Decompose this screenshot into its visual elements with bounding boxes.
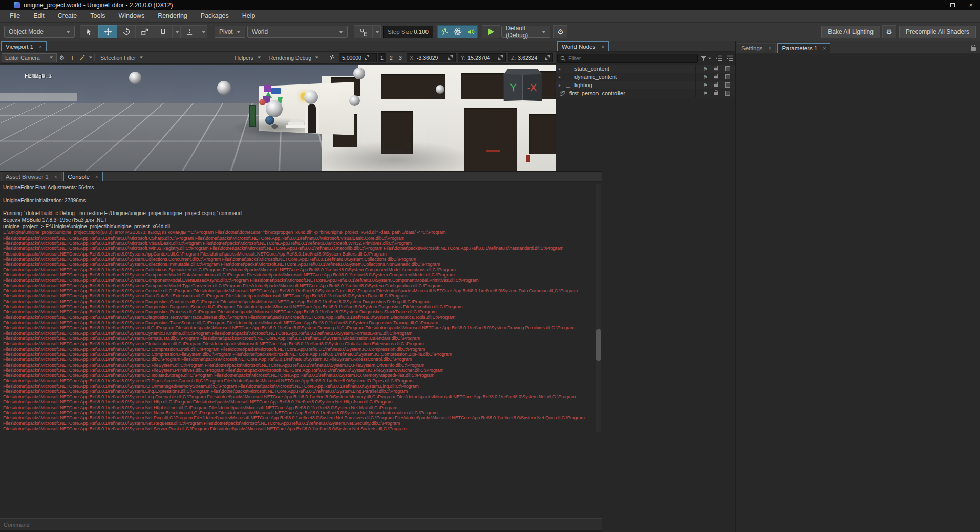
menu-rendering[interactable]: Rendering bbox=[151, 12, 194, 19]
drag-handle-icon[interactable] bbox=[545, 55, 550, 60]
expander-icon[interactable]: ▸ bbox=[559, 83, 565, 88]
filter-funnel-icon[interactable] bbox=[700, 56, 712, 61]
drag-handle-icon[interactable] bbox=[365, 55, 369, 60]
snap-tool-button[interactable] bbox=[154, 25, 173, 38]
close-icon[interactable]: × bbox=[823, 46, 826, 51]
bake-settings-button[interactable]: ⚙ bbox=[882, 25, 896, 38]
drop-tool-dropdown[interactable] bbox=[199, 25, 207, 38]
lock-icon[interactable] bbox=[971, 47, 976, 51]
expander-icon[interactable]: ▸ bbox=[559, 67, 565, 71]
command-input[interactable] bbox=[4, 522, 598, 528]
speed-preset-1[interactable]: 1 bbox=[378, 53, 386, 62]
close-icon[interactable]: × bbox=[39, 44, 42, 50]
play-button[interactable] bbox=[482, 25, 500, 38]
sound-toggle[interactable] bbox=[464, 25, 478, 38]
snap-tool-dropdown[interactable] bbox=[172, 25, 181, 38]
console-scrollbar[interactable] bbox=[596, 184, 601, 432]
flag-icon[interactable]: ⚑ bbox=[703, 66, 708, 72]
precompile-shaders-button[interactable]: Precompile All Shaders bbox=[899, 26, 976, 38]
close-icon[interactable]: × bbox=[601, 44, 604, 50]
chevron-down-icon[interactable] bbox=[89, 57, 92, 59]
selection-filter-menu[interactable]: Selection Filter bbox=[96, 55, 147, 61]
viewport-canvas[interactable]: FPS: 150.2Min: 106.2Avg: 150.1Max: 254.3… bbox=[0, 65, 556, 171]
camera-select[interactable]: Editor Camera bbox=[2, 53, 57, 62]
camera-z-field[interactable]: Z: 3.62324 bbox=[508, 53, 553, 62]
close-icon[interactable]: × bbox=[95, 174, 98, 180]
maximize-button[interactable] bbox=[943, 0, 962, 10]
unlock-icon[interactable] bbox=[714, 92, 718, 95]
bake-lighting-button[interactable]: Bake All Lighting bbox=[821, 26, 880, 38]
run-settings-button[interactable]: ⚙ bbox=[553, 25, 567, 38]
node-row-lighting[interactable]: ▸ lighting ⚑ bbox=[556, 81, 735, 89]
nav-cube-y-face[interactable]: Y bbox=[504, 74, 523, 101]
rendering-debug-menu[interactable]: Rendering Debug bbox=[265, 55, 323, 61]
speed-preset-2[interactable]: 2 bbox=[387, 53, 395, 62]
unlock-icon[interactable] bbox=[714, 83, 718, 87]
tab-parameters-1[interactable]: Parameters 1 × bbox=[777, 43, 830, 53]
menu-tools[interactable]: Tools bbox=[83, 12, 112, 19]
pivot-select[interactable]: Pivot bbox=[215, 26, 245, 38]
render-toggle-icon[interactable] bbox=[725, 91, 730, 96]
helpers-menu[interactable]: Helpers bbox=[231, 55, 265, 61]
add-viewport-icon[interactable]: + bbox=[67, 54, 77, 62]
navigation-cube[interactable]: Y -X bbox=[503, 69, 543, 102]
grid-snap-dropdown[interactable] bbox=[372, 25, 381, 38]
unlock-icon[interactable] bbox=[714, 75, 718, 78]
menu-packages[interactable]: Packages bbox=[194, 12, 236, 19]
tab-settings[interactable]: Settings × bbox=[737, 43, 776, 53]
node-checkbox[interactable] bbox=[566, 83, 570, 88]
collapse-all-icon[interactable] bbox=[715, 55, 722, 61]
console-output[interactable]: UnigineEditor Final Adjustments: 564ms U… bbox=[3, 185, 592, 431]
filter-input[interactable] bbox=[568, 55, 695, 61]
game-mode-toggle[interactable] bbox=[437, 25, 451, 38]
drag-handle-icon[interactable] bbox=[498, 55, 503, 60]
physics-toggle[interactable] bbox=[451, 25, 464, 38]
close-button[interactable]: × bbox=[962, 0, 980, 10]
tool-wand-icon[interactable] bbox=[77, 54, 88, 61]
close-icon[interactable]: × bbox=[54, 174, 57, 180]
expander-icon[interactable]: ▸ bbox=[559, 75, 565, 79]
node-checkbox[interactable] bbox=[566, 67, 570, 71]
tab-world-nodes[interactable]: World Nodes × bbox=[557, 41, 609, 51]
select-tool-button[interactable] bbox=[80, 25, 99, 38]
camera-x-field[interactable]: X: -3.36029 bbox=[407, 53, 456, 62]
camera-y-field[interactable]: Y: 15.23704 bbox=[458, 53, 506, 62]
drop-tool-button[interactable] bbox=[180, 25, 199, 38]
camera-speed-field[interactable]: 5.00000 bbox=[339, 53, 377, 62]
camera-settings-gear-icon[interactable]: ⚙ bbox=[57, 54, 67, 61]
minimize-button[interactable] bbox=[925, 0, 943, 10]
node-row-static-content[interactable]: ▸ static_content ⚑ bbox=[556, 65, 735, 73]
tab-asset-browser-1[interactable]: Asset Browser 1 × bbox=[1, 172, 62, 181]
menu-edit[interactable]: Edit bbox=[27, 12, 51, 19]
tab-console[interactable]: Console × bbox=[63, 172, 103, 181]
mode-select[interactable]: Object Mode bbox=[4, 26, 75, 38]
filter-search-box[interactable] bbox=[557, 54, 698, 63]
tab-viewport-1[interactable]: Viewport 1 × bbox=[1, 41, 47, 51]
basis-select[interactable]: World bbox=[247, 26, 348, 38]
flag-icon[interactable]: ⚑ bbox=[703, 82, 708, 88]
drag-handle-icon[interactable] bbox=[448, 55, 453, 60]
speed-preset-3[interactable]: 3 bbox=[396, 53, 404, 62]
move-tool-button[interactable] bbox=[98, 25, 117, 38]
nav-cube-negx-face[interactable]: -X bbox=[523, 74, 542, 101]
node-row-first-person-controller[interactable]: first_person_controller ⚑ bbox=[556, 89, 735, 97]
render-toggle-icon[interactable] bbox=[725, 74, 730, 79]
render-toggle-icon[interactable] bbox=[725, 66, 730, 71]
menu-create[interactable]: Create bbox=[51, 12, 84, 19]
scrollbar-thumb[interactable] bbox=[596, 329, 601, 361]
rotate-tool-button[interactable] bbox=[117, 25, 136, 38]
node-checkbox[interactable] bbox=[566, 75, 570, 79]
expand-all-icon[interactable] bbox=[726, 55, 733, 61]
menu-file[interactable]: File bbox=[3, 12, 27, 19]
menu-help[interactable]: Help bbox=[236, 12, 262, 19]
menu-windows[interactable]: Windows bbox=[112, 12, 151, 19]
scale-tool-button[interactable] bbox=[135, 25, 154, 38]
unlock-icon[interactable] bbox=[714, 67, 718, 70]
step-size-field[interactable]: Step Size 0.100 bbox=[383, 26, 433, 38]
grid-snap-button[interactable] bbox=[354, 25, 373, 38]
flag-icon[interactable]: ⚑ bbox=[703, 74, 708, 80]
run-config-select[interactable]: Default (Debug) bbox=[501, 26, 550, 38]
flag-icon[interactable]: ⚑ bbox=[703, 91, 708, 96]
node-row-dynamic-content[interactable]: ▸ dynamic_content ⚑ bbox=[556, 73, 735, 81]
close-icon[interactable]: × bbox=[769, 46, 772, 51]
